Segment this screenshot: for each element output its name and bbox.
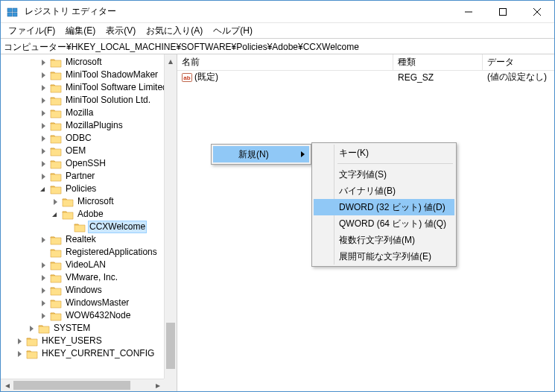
expand-icon[interactable]: [39, 147, 48, 156]
tree-item[interactable]: RegisteredApplications: [1, 246, 164, 259]
tree-item[interactable]: WOW6432Node: [1, 309, 164, 322]
expand-icon[interactable]: [39, 274, 48, 282]
maximize-button[interactable]: [486, 1, 520, 23]
tree-item[interactable]: Microsoft: [1, 56, 164, 69]
tree-item[interactable]: Partner: [1, 170, 164, 183]
collapse-icon[interactable]: [39, 185, 48, 194]
svg-text:ab: ab: [183, 75, 190, 81]
scroll-thumb[interactable]: [13, 381, 130, 390]
folder-icon: [62, 209, 74, 220]
expand-icon[interactable]: [28, 324, 37, 333]
expand-icon: [39, 248, 48, 257]
tree-item[interactable]: Policies: [1, 183, 164, 195]
expand-icon[interactable]: [39, 312, 48, 320]
menu-file[interactable]: ファイル(F): [4, 24, 60, 38]
tree-item[interactable]: MiniTool Software Limited: [1, 81, 164, 94]
folder-icon: [26, 336, 38, 347]
column-name[interactable]: 名前: [177, 54, 393, 70]
tree-item[interactable]: ODBC: [1, 132, 164, 145]
expand-icon[interactable]: [39, 134, 48, 143]
expand-icon[interactable]: [39, 83, 48, 92]
scroll-left-button[interactable]: ◂: [1, 379, 13, 391]
expand-icon[interactable]: [39, 109, 48, 118]
menu-edit[interactable]: 編集(E): [61, 24, 100, 38]
value-list-pane: 名前 種類 データ ab (既定) REG_SZ (値の設定なし) 新規(N): [177, 54, 554, 391]
expand-icon[interactable]: [39, 71, 48, 80]
tree-item[interactable]: MiniTool Solution Ltd.: [1, 94, 164, 107]
scroll-right-button[interactable]: ▸: [151, 379, 164, 391]
tree-item[interactable]: HKEY_CURRENT_CONFIG: [1, 347, 164, 360]
tree-item-selected[interactable]: CCXWelcome: [1, 221, 164, 233]
scroll-up-button[interactable]: ▴: [165, 54, 177, 67]
tree-item[interactable]: VMware, Inc.: [1, 271, 164, 284]
menu-bar: ファイル(F) 編集(E) 表示(V) お気に入り(A) ヘルプ(H): [1, 23, 554, 38]
tree-item[interactable]: Mozilla: [1, 107, 164, 119]
tree-item[interactable]: OEM: [1, 145, 164, 157]
submenu-binary[interactable]: バイナリ値(B): [314, 183, 454, 199]
folder-icon: [50, 285, 62, 296]
submenu-qword[interactable]: QWORD (64 ビット) 値(Q): [314, 215, 454, 232]
collapse-icon[interactable]: [51, 210, 60, 219]
menu-view[interactable]: 表示(V): [101, 24, 140, 38]
expand-icon[interactable]: [39, 159, 48, 168]
submenu-expandstring[interactable]: 展開可能な文字列値(E): [314, 248, 454, 265]
tree-item[interactable]: SYSTEM: [1, 322, 164, 335]
value-row[interactable]: ab (既定) REG_SZ (値の設定なし): [177, 71, 554, 83]
minimize-button[interactable]: [451, 1, 486, 23]
expand-icon[interactable]: [39, 235, 48, 244]
expand-icon[interactable]: [39, 96, 48, 105]
submenu-key[interactable]: キー(K): [314, 145, 454, 161]
tree-item[interactable]: MiniTool ShadowMaker: [1, 69, 164, 81]
menu-help[interactable]: ヘルプ(H): [209, 24, 257, 38]
expand-icon[interactable]: [39, 261, 48, 270]
context-new[interactable]: 新規(N): [213, 146, 309, 162]
expand-icon[interactable]: [39, 172, 48, 181]
folder-icon: [74, 222, 86, 233]
menu-separator: [337, 163, 453, 164]
context-submenu-new: キー(K) 文字列値(S) バイナリ値(B) DWORD (32 ビット) 値(…: [311, 142, 457, 267]
svg-rect-4: [500, 8, 507, 15]
folder-icon: [50, 133, 62, 144]
expand-icon[interactable]: [39, 121, 48, 130]
menu-favorites[interactable]: お気に入り(A): [142, 24, 207, 38]
folder-icon: [50, 146, 62, 157]
window-title: レジストリ エディター: [25, 5, 116, 18]
folder-icon: [38, 323, 50, 334]
close-button[interactable]: [520, 1, 554, 23]
tree-item[interactable]: Microsoft: [1, 195, 164, 208]
submenu-multistring[interactable]: 複数行文字列値(M): [314, 232, 454, 248]
tree-horizontal-scrollbar[interactable]: ◂ ▸: [1, 379, 164, 391]
tree-item[interactable]: OpenSSH: [1, 157, 164, 170]
svg-rect-0: [7, 8, 12, 12]
folder-icon: [50, 273, 62, 283]
scroll-track[interactable]: [165, 67, 177, 379]
expand-icon[interactable]: [39, 286, 48, 295]
folder-icon: [50, 260, 62, 271]
scroll-thumb[interactable]: [166, 323, 175, 370]
tree-item[interactable]: WindowsMaster: [1, 297, 164, 309]
column-data[interactable]: データ: [483, 54, 554, 70]
tree-item[interactable]: VideoLAN: [1, 259, 164, 271]
tree-item[interactable]: HKEY_USERS: [1, 335, 164, 347]
folder-icon: [50, 70, 62, 80]
tree-item[interactable]: Adobe: [1, 208, 164, 221]
expand-icon[interactable]: [39, 299, 48, 308]
svg-rect-1: [7, 13, 12, 16]
column-type[interactable]: 種類: [393, 54, 483, 70]
expand-icon[interactable]: [16, 337, 25, 346]
address-bar[interactable]: コンピューター¥HKEY_LOCAL_MACHINE¥SOFTWARE¥Poli…: [1, 38, 554, 54]
submenu-string[interactable]: 文字列値(S): [314, 166, 454, 183]
expand-icon[interactable]: [16, 350, 25, 358]
svg-rect-2: [13, 8, 17, 12]
tree-vertical-scrollbar[interactable]: ▴ ▾: [164, 54, 177, 391]
tree-item[interactable]: MozillaPlugins: [1, 119, 164, 132]
submenu-dword[interactable]: DWORD (32 ビット) 値(D): [314, 199, 454, 215]
expand-icon[interactable]: [39, 58, 48, 67]
regedit-icon: [7, 6, 19, 18]
tree-item[interactable]: Windows: [1, 284, 164, 297]
registry-tree[interactable]: Microsoft MiniTool ShadowMaker MiniTool …: [1, 54, 164, 361]
submenu-arrow-icon: [301, 151, 305, 157]
scroll-track[interactable]: [13, 379, 151, 391]
tree-item[interactable]: Realtek: [1, 233, 164, 246]
expand-icon[interactable]: [51, 197, 60, 206]
